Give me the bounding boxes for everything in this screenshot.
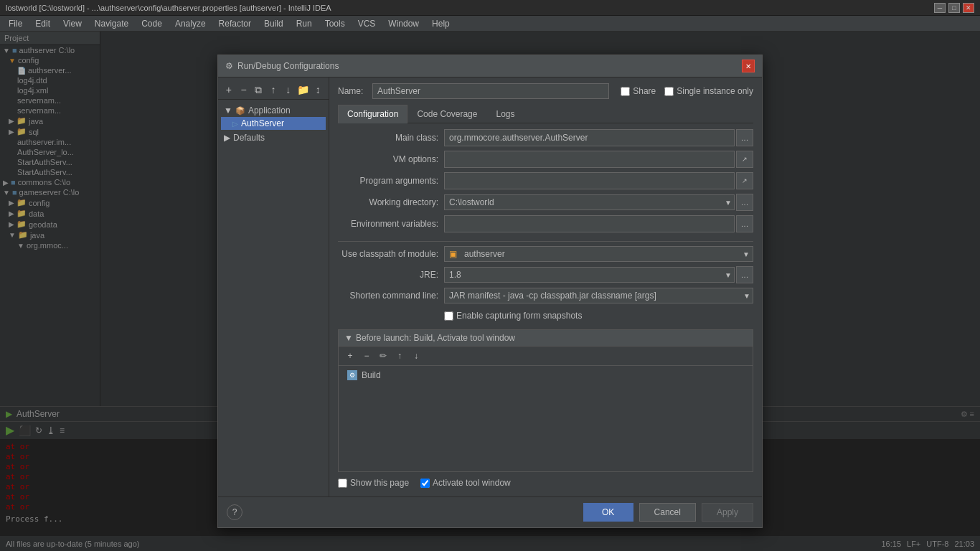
window-controls[interactable]: ─ □ ✕: [934, 3, 974, 13]
module-select-arrow-icon: ▼: [743, 250, 753, 258]
vm-options-expand-button[interactable]: ↗: [736, 151, 753, 168]
working-directory-input[interactable]: [444, 194, 735, 210]
expand-icon: ▼: [224, 105, 232, 116]
apply-button[interactable]: Apply: [702, 503, 753, 522]
maximize-button[interactable]: □: [948, 3, 960, 13]
shorten-command-line-label: Shorten command line:: [338, 291, 438, 301]
before-launch-collapse-icon: ▼: [344, 333, 353, 343]
tab-code-coverage[interactable]: Code Coverage: [407, 105, 486, 123]
folder-config-button[interactable]: 📁: [297, 83, 310, 97]
menu-vcs[interactable]: VCS: [352, 17, 382, 30]
ok-button[interactable]: OK: [583, 503, 633, 522]
jre-select[interactable]: 1.8: [444, 267, 735, 283]
menu-help[interactable]: Help: [426, 17, 456, 30]
use-classpath-label: Use classpath of module:: [338, 249, 438, 259]
remove-config-button[interactable]: −: [237, 83, 250, 97]
menu-edit[interactable]: Edit: [29, 17, 56, 30]
minimize-button[interactable]: ─: [934, 3, 946, 13]
move-up-button[interactable]: ↑: [267, 83, 280, 97]
show-this-page-checkbox-label[interactable]: Show this page: [338, 478, 409, 488]
window-title: lostworld [C:\lostworld] - ...\authserve…: [6, 4, 331, 12]
name-label: Name:: [338, 86, 367, 96]
program-arguments-input[interactable]: [444, 172, 735, 189]
share-label: Share: [633, 86, 656, 96]
dialog-buttons: ? OK Cancel Apply: [218, 496, 762, 527]
menu-navigate[interactable]: Navigate: [89, 17, 134, 30]
main-class-row: Main class: …: [338, 129, 753, 146]
dialog-close-button[interactable]: ✕: [742, 60, 755, 72]
config-tree-toolbar: + − ⧉ ↑ ↓ 📁 ↕: [218, 80, 329, 100]
jre-label: JRE:: [338, 270, 438, 280]
environment-variables-row: Environment variables: …: [338, 215, 753, 232]
module-select[interactable]: authserver: [461, 247, 743, 261]
menu-view[interactable]: View: [57, 17, 88, 30]
help-icon-button[interactable]: ?: [227, 504, 242, 520]
form-snapshots-checkbox-label[interactable]: Enable capturing form snapshots: [444, 311, 753, 321]
remove-launch-step-button[interactable]: −: [359, 349, 374, 363]
single-instance-checkbox-label[interactable]: Single instance only: [664, 86, 753, 96]
vm-options-label: VM options:: [338, 154, 438, 164]
main-class-label: Main class:: [338, 133, 438, 143]
program-arguments-expand-button[interactable]: ↗: [736, 172, 753, 189]
menu-run[interactable]: Run: [291, 17, 318, 30]
before-launch-header[interactable]: ▼ Before launch: Build, Activate tool wi…: [339, 330, 753, 347]
single-instance-label: Single instance only: [677, 86, 753, 96]
form-snapshots-checkbox[interactable]: [444, 311, 453, 321]
app-section-icon: 📦: [235, 106, 245, 116]
jre-browse-button[interactable]: …: [736, 266, 753, 283]
main-class-browse-button[interactable]: …: [736, 129, 753, 146]
defaults-label: Defaults: [233, 133, 265, 143]
sort-config-button[interactable]: ↕: [311, 83, 324, 97]
environment-variables-label: Environment variables:: [338, 219, 438, 229]
main-class-input[interactable]: [444, 129, 735, 146]
tab-logs[interactable]: Logs: [486, 105, 524, 123]
expand-icon: ▶: [224, 133, 230, 143]
environment-variables-input[interactable]: [444, 215, 735, 232]
vm-options-row: VM options: ↗: [338, 151, 753, 168]
edit-launch-step-button[interactable]: ✏: [376, 349, 390, 363]
shorten-command-line-select[interactable]: JAR manifest - java -cp classpath.jar cl…: [444, 288, 753, 303]
separator-1: [338, 241, 753, 242]
defaults-item[interactable]: ▶ Defaults: [218, 131, 329, 144]
move-down-button[interactable]: ↓: [282, 83, 295, 97]
menu-window[interactable]: Window: [382, 17, 425, 30]
activate-tool-window-checkbox[interactable]: [420, 479, 430, 488]
dialog-content: + − ⧉ ↑ ↓ 📁 ↕ ▼ 📦 Application: [218, 77, 762, 496]
menu-analyze[interactable]: Analyze: [169, 17, 212, 30]
before-launch-toolbar: + − ✏ ↑ ↓: [339, 347, 753, 366]
tab-configuration[interactable]: Configuration: [338, 105, 407, 123]
menu-file[interactable]: File: [3, 17, 28, 30]
application-section-header[interactable]: ▼ 📦 Application: [221, 104, 326, 117]
show-this-page-label: Show this page: [350, 478, 409, 488]
cancel-button[interactable]: Cancel: [639, 503, 696, 522]
build-launch-item: ⚙ Build: [344, 369, 747, 382]
share-checkbox[interactable]: [621, 87, 630, 96]
main-class-input-wrapper: …: [444, 129, 753, 146]
move-launch-up-button[interactable]: ↑: [392, 349, 407, 363]
working-directory-label: Working directory:: [338, 197, 438, 207]
activate-tool-window-label: Activate tool window: [433, 478, 511, 488]
working-directory-browse-button[interactable]: …: [736, 194, 753, 211]
single-instance-checkbox[interactable]: [664, 87, 674, 96]
environment-variables-browse-button[interactable]: …: [736, 215, 753, 232]
menu-code[interactable]: Code: [136, 17, 168, 30]
menu-refactor[interactable]: Refactor: [213, 17, 257, 30]
activate-tool-window-checkbox-label[interactable]: Activate tool window: [420, 478, 511, 488]
menu-bar: File Edit View Navigate Code Analyze Ref…: [0, 16, 980, 32]
add-config-button[interactable]: +: [222, 83, 235, 97]
add-launch-step-button[interactable]: +: [343, 349, 357, 363]
menu-build[interactable]: Build: [258, 17, 289, 30]
program-arguments-row: Program arguments: ↗: [338, 172, 753, 189]
run-debug-dialog: ⚙ Run/Debug Configurations ✕ + − ⧉ ↑ ↓ 📁: [217, 55, 763, 528]
copy-config-button[interactable]: ⧉: [252, 83, 265, 97]
menu-tools[interactable]: Tools: [319, 17, 351, 30]
name-input[interactable]: [372, 83, 609, 99]
form-snapshots-label: Enable capturing form snapshots: [456, 311, 582, 321]
show-this-page-checkbox[interactable]: [338, 479, 347, 488]
authserver-config-item[interactable]: ▷ AuthServer: [221, 117, 326, 130]
program-arguments-label: Program arguments:: [338, 176, 438, 186]
share-checkbox-label[interactable]: Share: [621, 86, 656, 96]
move-launch-down-button[interactable]: ↓: [409, 349, 423, 363]
close-button[interactable]: ✕: [963, 3, 974, 13]
vm-options-input[interactable]: [444, 151, 735, 168]
